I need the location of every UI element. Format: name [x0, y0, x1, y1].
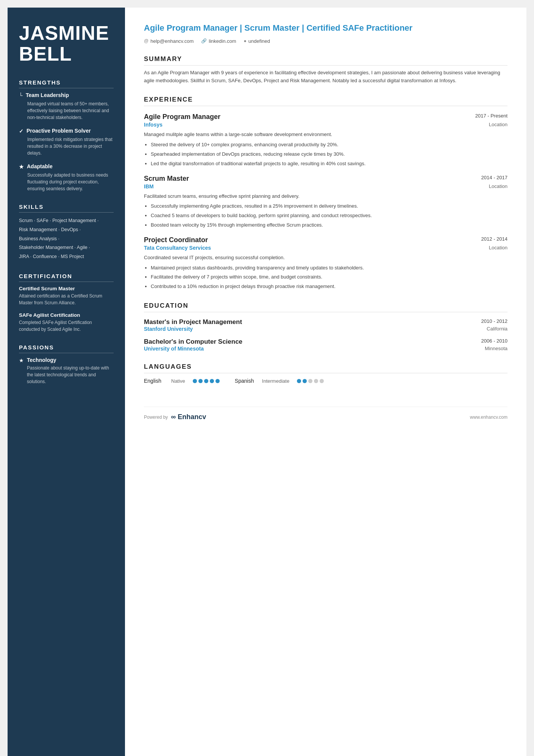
job-bullets: Successfully implementing Agile practice…: [144, 202, 507, 229]
job-location: Location: [489, 122, 507, 128]
cert-title: CERTIFICATION: [19, 273, 114, 282]
linkedin-text: linkedin.com: [209, 38, 236, 44]
passion-icon: ★: [19, 357, 24, 363]
skills-line: Stakeholder Management · Agile ·: [19, 243, 114, 252]
strength-desc: Managed virtual teams of 50+ members, ef…: [19, 100, 114, 121]
language-item: English Native: [144, 378, 220, 384]
footer-powered: Powered by ∞ Enhancv: [144, 413, 206, 421]
job-item: Project Coordinator 2012 - 2014 Tata Con…: [144, 236, 507, 291]
job-desc: Coordinated several IT projects, ensurin…: [144, 254, 507, 262]
skills-list: Scrum · SAFe · Project Management · Risk…: [19, 216, 114, 261]
edu-degree: Master's in Project Management: [144, 318, 242, 326]
bullet-item: Maintained project status dashboards, pr…: [151, 264, 507, 272]
passion-item: ★ Technology Passionate about staying up…: [19, 357, 114, 385]
skills-line: Business Analysis ·: [19, 235, 114, 244]
job-desc: Facilitated scrum teams, ensuring effect…: [144, 193, 507, 200]
strengths-list: └ Team Leadership Managed virtual teams …: [19, 92, 114, 192]
job-title: Scrum Master: [144, 175, 189, 183]
job-title: Agile Program Manager: [144, 113, 220, 121]
bullet-item: Led the digital transformation of tradit…: [151, 160, 507, 168]
dot-empty: [320, 379, 324, 383]
dot-filled: [215, 379, 220, 383]
passion-title: Technology: [27, 357, 114, 363]
star-icon: ★: [19, 164, 24, 170]
cert-desc: Completed SAFe Agilist Certification con…: [19, 319, 114, 333]
team-icon: └: [19, 92, 23, 99]
job-date: 2012 - 2014: [481, 236, 507, 242]
cert-name: SAFe Agilist Certification: [19, 312, 114, 318]
skills-line: JIRA · Confluence · MS Project: [19, 252, 114, 261]
edu-school: Stanford University: [144, 326, 193, 332]
lang-name: English: [144, 378, 167, 384]
dot-filled: [303, 379, 307, 383]
job-company: Tata Consultancy Services: [144, 245, 211, 251]
bullet-item: Successfully implementing Agile practice…: [151, 202, 507, 210]
location-icon: ●: [244, 38, 247, 44]
languages-row: English Native Spanish Intermediate: [144, 378, 507, 384]
skills-title: SKILLS: [19, 203, 114, 213]
dot-filled: [198, 379, 203, 383]
bullet-item: Boosted team velocity by 15% through imp…: [151, 221, 507, 229]
email-text: help@enhancv.com: [150, 38, 194, 44]
link-icon: 🔗: [201, 38, 207, 44]
experience-section: EXPERIENCE Agile Program Manager 2017 - …: [144, 96, 507, 291]
education-title: EDUCATION: [144, 302, 507, 312]
job-location: Location: [489, 245, 507, 251]
email-contact: @ help@enhancv.com: [144, 38, 194, 44]
summary-section: SUMMARY As an Agile Program Manager with…: [144, 55, 507, 85]
languages-title: LANGUAGES: [144, 363, 507, 373]
dot-filled: [297, 379, 301, 383]
strength-item: ★ Adaptable Successfully adapted to busi…: [19, 163, 114, 192]
header-contact: @ help@enhancv.com 🔗 linkedin.com ● unde…: [144, 38, 507, 44]
strength-heading-text: Adaptable: [27, 163, 53, 169]
email-icon: @: [144, 38, 148, 44]
footer-logo: ∞ Enhancv: [171, 413, 206, 421]
summary-title: SUMMARY: [144, 55, 507, 66]
language-item: Spanish Intermediate: [235, 378, 324, 384]
passions-title: PASSIONS: [19, 344, 114, 353]
edu-date: 2006 - 2010: [481, 338, 507, 344]
edu-degree: Bachelor's in Computer Science: [144, 338, 242, 346]
lang-level: Native: [171, 378, 185, 384]
job-item: Agile Program Manager 2017 - Present Inf…: [144, 113, 507, 167]
job-item: Scrum Master 2014 - 2017 IBM Location Fa…: [144, 175, 507, 229]
job-date: 2017 - Present: [475, 113, 507, 119]
location-text: undefined: [248, 38, 270, 44]
strength-heading-text: Proactive Problem Solver: [27, 128, 91, 134]
edu-location: California: [487, 326, 507, 332]
dot-empty: [308, 379, 312, 383]
strength-desc: Successfully adapted to business needs f…: [19, 172, 114, 192]
location-contact: ● undefined: [244, 38, 270, 44]
job-bullets: Maintained project status dashboards, pr…: [144, 264, 507, 291]
lang-dots: [297, 379, 324, 383]
strength-item: ✓ Proactive Problem Solver Implemented r…: [19, 128, 114, 157]
powered-by-text: Powered by: [144, 415, 168, 420]
skills-line: Risk Management · DevOps ·: [19, 225, 114, 235]
strength-desc: Implemented risk mitigation strategies t…: [19, 136, 114, 157]
cert-item: Certified Scrum Master Attained certific…: [19, 286, 114, 306]
check-icon: ✓: [19, 128, 23, 134]
linkedin-contact: 🔗 linkedin.com: [201, 38, 236, 44]
job-title: Project Coordinator: [144, 236, 208, 244]
cert-desc: Attained certification as a Certified Sc…: [19, 293, 114, 306]
strengths-title: STRENGTHS: [19, 79, 114, 88]
lang-dots: [193, 379, 220, 383]
candidate-name: JASMINE BELL: [19, 23, 114, 64]
summary-text: As an Agile Program Manager with 9 years…: [144, 69, 507, 85]
job-location: Location: [489, 183, 507, 189]
edu-location: Minnesota: [485, 346, 507, 352]
languages-section: LANGUAGES English Native Spanish Inte: [144, 363, 507, 384]
logo-text: Enhancv: [178, 413, 206, 421]
certifications-list: Certified Scrum Master Attained certific…: [19, 286, 114, 333]
main-content: Agile Program Manager | Scrum Master | C…: [125, 8, 526, 756]
cert-item: SAFe Agilist Certification Completed SAF…: [19, 312, 114, 333]
strength-heading-text: Team Leadership: [26, 92, 69, 98]
edu-date: 2010 - 2012: [481, 318, 507, 324]
edu-item: Bachelor's in Computer Science 2006 - 20…: [144, 338, 507, 352]
job-bullets: Steered the delivery of 10+ complex prog…: [144, 141, 507, 167]
job-desc: Managed mulitple agile teams within a la…: [144, 131, 507, 139]
header-title: Agile Program Manager | Scrum Master | C…: [144, 23, 507, 34]
dot-empty: [314, 379, 318, 383]
job-company: IBM: [144, 183, 154, 189]
strength-item: └ Team Leadership Managed virtual teams …: [19, 92, 114, 121]
